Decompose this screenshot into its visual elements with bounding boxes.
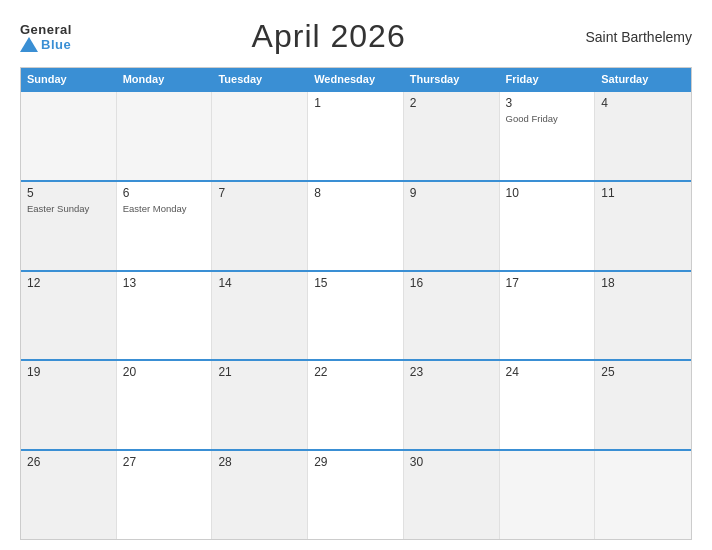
week-row-1: 123Good Friday4 <box>21 90 691 180</box>
day-number: 3 <box>506 96 589 110</box>
week-row-3: 12131415161718 <box>21 270 691 360</box>
holiday-label: Easter Monday <box>123 203 187 214</box>
day-number: 13 <box>123 276 206 290</box>
cal-cell: 20 <box>117 361 213 449</box>
day-number: 29 <box>314 455 397 469</box>
cal-cell: 28 <box>212 451 308 539</box>
logo-blue-text: Blue <box>41 37 71 52</box>
cal-cell <box>21 92 117 180</box>
day-number: 25 <box>601 365 685 379</box>
cal-cell: 19 <box>21 361 117 449</box>
day-number: 22 <box>314 365 397 379</box>
day-number: 20 <box>123 365 206 379</box>
weekday-header-tuesday: Tuesday <box>212 68 308 90</box>
day-number: 9 <box>410 186 493 200</box>
day-number: 30 <box>410 455 493 469</box>
weekday-header-sunday: Sunday <box>21 68 117 90</box>
cal-cell: 16 <box>404 272 500 360</box>
cal-cell <box>595 451 691 539</box>
day-number: 27 <box>123 455 206 469</box>
calendar: SundayMondayTuesdayWednesdayThursdayFrid… <box>20 67 692 540</box>
region-label: Saint Barthelemy <box>585 29 692 45</box>
cal-cell: 8 <box>308 182 404 270</box>
weekday-header-thursday: Thursday <box>404 68 500 90</box>
day-number: 21 <box>218 365 301 379</box>
cal-cell: 13 <box>117 272 213 360</box>
weekday-header-friday: Friday <box>500 68 596 90</box>
cal-cell: 25 <box>595 361 691 449</box>
logo-blue-row: Blue <box>20 37 71 52</box>
day-number: 23 <box>410 365 493 379</box>
logo-general-text: General <box>20 22 72 37</box>
cal-cell: 1 <box>308 92 404 180</box>
day-number: 6 <box>123 186 206 200</box>
cal-cell: 6Easter Monday <box>117 182 213 270</box>
day-number: 7 <box>218 186 301 200</box>
day-number: 15 <box>314 276 397 290</box>
cal-cell: 11 <box>595 182 691 270</box>
cal-cell: 24 <box>500 361 596 449</box>
cal-cell: 14 <box>212 272 308 360</box>
cal-cell: 9 <box>404 182 500 270</box>
cal-cell: 3Good Friday <box>500 92 596 180</box>
day-number: 1 <box>314 96 397 110</box>
cal-cell <box>500 451 596 539</box>
weekday-header-saturday: Saturday <box>595 68 691 90</box>
day-number: 14 <box>218 276 301 290</box>
logo-triangle-icon <box>20 37 38 52</box>
logo: General Blue <box>20 22 72 52</box>
cal-cell <box>117 92 213 180</box>
day-number: 12 <box>27 276 110 290</box>
holiday-label: Easter Sunday <box>27 203 89 214</box>
day-number: 28 <box>218 455 301 469</box>
cal-cell: 18 <box>595 272 691 360</box>
cal-cell: 5Easter Sunday <box>21 182 117 270</box>
cal-cell: 2 <box>404 92 500 180</box>
cal-cell: 7 <box>212 182 308 270</box>
day-number: 2 <box>410 96 493 110</box>
day-number: 19 <box>27 365 110 379</box>
holiday-label: Good Friday <box>506 113 558 124</box>
day-number: 17 <box>506 276 589 290</box>
cal-cell: 29 <box>308 451 404 539</box>
week-row-4: 19202122232425 <box>21 359 691 449</box>
cal-cell: 26 <box>21 451 117 539</box>
day-number: 11 <box>601 186 685 200</box>
cal-cell: 17 <box>500 272 596 360</box>
cal-cell: 30 <box>404 451 500 539</box>
calendar-body: 123Good Friday45Easter Sunday6Easter Mon… <box>21 90 691 539</box>
cal-cell: 21 <box>212 361 308 449</box>
weekday-header-monday: Monday <box>117 68 213 90</box>
week-row-5: 2627282930 <box>21 449 691 539</box>
weekday-header-wednesday: Wednesday <box>308 68 404 90</box>
calendar-title: April 2026 <box>252 18 406 55</box>
cal-cell: 22 <box>308 361 404 449</box>
day-number: 18 <box>601 276 685 290</box>
cal-cell: 10 <box>500 182 596 270</box>
calendar-header-row: SundayMondayTuesdayWednesdayThursdayFrid… <box>21 68 691 90</box>
day-number: 26 <box>27 455 110 469</box>
week-row-2: 5Easter Sunday6Easter Monday7891011 <box>21 180 691 270</box>
page: General Blue April 2026 Saint Barthelemy… <box>0 0 712 550</box>
cal-cell: 27 <box>117 451 213 539</box>
day-number: 8 <box>314 186 397 200</box>
header: General Blue April 2026 Saint Barthelemy <box>20 18 692 55</box>
day-number: 5 <box>27 186 110 200</box>
day-number: 10 <box>506 186 589 200</box>
cal-cell: 15 <box>308 272 404 360</box>
day-number: 16 <box>410 276 493 290</box>
day-number: 24 <box>506 365 589 379</box>
cal-cell: 23 <box>404 361 500 449</box>
cal-cell: 12 <box>21 272 117 360</box>
cal-cell <box>212 92 308 180</box>
cal-cell: 4 <box>595 92 691 180</box>
day-number: 4 <box>601 96 685 110</box>
